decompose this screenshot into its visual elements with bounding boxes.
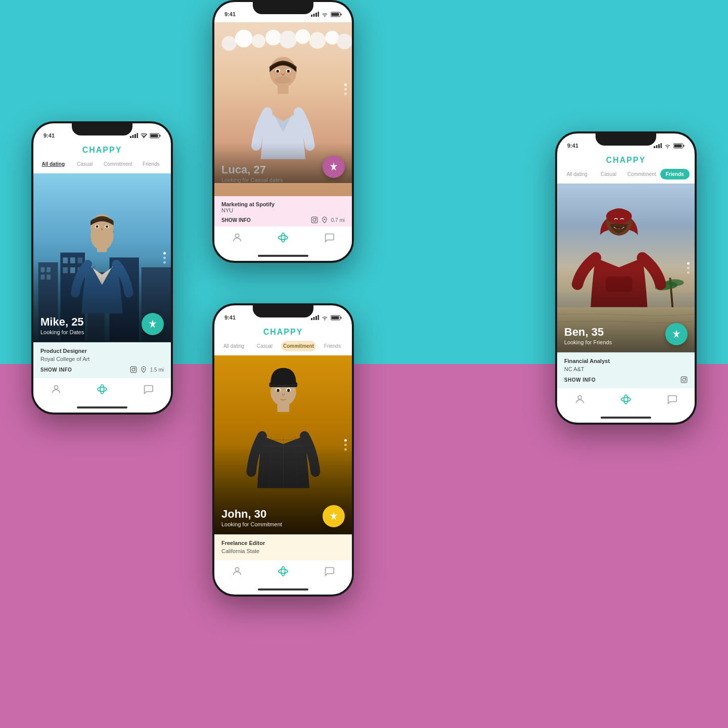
instagram-icon-ben <box>680 376 688 383</box>
svg-point-59 <box>287 70 290 72</box>
show-info-btn-luca[interactable]: SHOW INFO <box>221 217 251 223</box>
svg-rect-70 <box>313 317 315 320</box>
messages-nav-luca[interactable] <box>322 231 336 245</box>
john-job: Freelance Editor <box>221 539 345 547</box>
home-indicator-john <box>214 584 352 595</box>
messages-nav-icon-ben <box>666 394 677 405</box>
home-indicator-ben <box>557 413 695 423</box>
svg-point-104 <box>682 378 686 381</box>
svg-rect-24 <box>97 244 107 252</box>
mike-name: Mike, 25 <box>40 316 146 328</box>
app-logo-mike: CHAPPY <box>33 146 171 155</box>
svg-rect-61 <box>278 86 288 94</box>
tab-commitment-john[interactable]: Commitment <box>281 341 316 351</box>
tab-all-dating-john[interactable]: All dating <box>219 341 248 351</box>
info-section-john: Freelance Editor California State <box>214 534 352 560</box>
wifi-icon-luca <box>321 12 329 17</box>
profile-nav-luca[interactable] <box>230 231 244 245</box>
spark-btn-luca[interactable] <box>323 156 345 178</box>
messages-nav-icon-luca <box>324 232 335 243</box>
instagram-icon-mike <box>130 366 137 373</box>
svg-rect-44 <box>341 13 342 15</box>
discover-nav-john[interactable] <box>276 564 290 578</box>
spark-btn-john[interactable] <box>323 505 345 527</box>
location-icon-mike <box>140 366 147 373</box>
profile-nav-mike[interactable] <box>49 382 63 396</box>
battery-icon-ben <box>673 143 685 149</box>
mike-distance: 1.5 mi <box>150 367 164 373</box>
show-info-meta-mike: 1.5 mi <box>130 366 164 373</box>
signal-icon-john <box>311 315 319 320</box>
show-info-btn-ben[interactable]: SHOW INFO <box>564 377 596 383</box>
phone-ben: 9:41 <box>555 131 697 425</box>
profile-info-john: John, 30 Looking for Commitment <box>221 508 327 527</box>
status-icons-john <box>311 315 342 321</box>
tab-casual-mike[interactable]: Casual <box>70 159 99 169</box>
ben-intent: Looking for Friends <box>564 339 669 345</box>
tab-casual-ben[interactable]: Casual <box>594 169 623 179</box>
svg-rect-6 <box>160 134 161 136</box>
card-ben[interactable]: Ben, 35 Looking for Friends <box>557 184 695 352</box>
svg-point-66 <box>236 234 239 238</box>
svg-point-107 <box>621 397 630 401</box>
tab-all-dating-ben[interactable]: All dating <box>562 169 592 179</box>
home-indicator-luca <box>214 251 352 261</box>
profile-nav-john[interactable] <box>230 564 244 578</box>
svg-rect-83 <box>269 382 297 387</box>
show-info-meta-ben <box>680 376 688 383</box>
messages-nav-icon-mike <box>143 384 154 395</box>
tab-friends-john[interactable]: Friends <box>318 341 347 351</box>
discover-nav-ben[interactable] <box>619 392 633 406</box>
messages-nav-icon-john <box>324 566 335 577</box>
status-icons-luca <box>311 12 342 17</box>
discover-nav-mike[interactable] <box>95 382 109 396</box>
tab-commitment-mike[interactable]: Commitment <box>102 159 134 169</box>
show-info-btn-mike[interactable]: SHOW INFO <box>40 367 72 373</box>
svg-point-65 <box>324 218 325 220</box>
tab-all-dating-mike[interactable]: All dating <box>38 159 68 169</box>
mike-job: Product Designer <box>40 347 164 355</box>
messages-nav-john[interactable] <box>322 564 336 578</box>
svg-rect-93 <box>684 145 685 147</box>
tab-friends-ben[interactable]: Friends <box>660 169 690 179</box>
svg-rect-3 <box>137 133 139 138</box>
svg-rect-88 <box>656 145 658 148</box>
messages-nav-mike[interactable] <box>141 382 155 396</box>
ben-job: Financial Analyst <box>564 357 688 365</box>
svg-rect-76 <box>332 316 339 319</box>
phone-john: 9:41 <box>212 303 354 597</box>
tab-bar-mike[interactable]: All dating Casual Commitment Friends <box>33 159 171 169</box>
svg-point-80 <box>277 389 280 392</box>
spark-btn-ben[interactable] <box>665 323 688 345</box>
bottom-nav-ben <box>557 388 695 413</box>
card-john[interactable]: John, 30 Looking for Commitment <box>214 355 352 534</box>
svg-point-37 <box>100 385 104 394</box>
svg-rect-1 <box>132 135 134 138</box>
tab-commitment-ben[interactable]: Commitment <box>625 169 658 179</box>
luca-distance: 0.7 mi <box>331 217 345 223</box>
svg-rect-94 <box>674 144 682 147</box>
profile-nav-icon-mike <box>51 384 62 395</box>
profile-nav-ben[interactable] <box>573 392 587 406</box>
svg-point-82 <box>287 389 290 392</box>
tab-bar-john[interactable]: All dating Casual Commitment Friends <box>214 341 352 351</box>
tab-bar-ben[interactable]: All dating Casual Commitment Friends <box>557 169 695 179</box>
phone-mike: 9:41 <box>31 121 173 415</box>
wifi-icon-mike <box>140 133 148 139</box>
spark-btn-mike[interactable] <box>142 313 164 335</box>
card-luca[interactable]: Marketing at Spotify NYU SHOW INFO <box>214 22 352 226</box>
messages-nav-ben[interactable] <box>665 392 679 406</box>
svg-point-85 <box>279 569 288 573</box>
status-icons-mike <box>130 133 161 139</box>
svg-point-36 <box>98 387 107 391</box>
tab-friends-mike[interactable]: Friends <box>136 159 166 169</box>
spark-icon-john <box>328 511 339 522</box>
svg-point-67 <box>279 236 288 240</box>
svg-point-33 <box>134 368 135 369</box>
status-icons-ben <box>654 143 685 149</box>
tab-casual-john[interactable]: Casual <box>250 341 279 351</box>
card-mike[interactable]: Mike, 25 Looking for Dates <box>33 173 171 342</box>
mike-school: Royal College of Art <box>40 355 164 363</box>
svg-rect-87 <box>654 146 655 148</box>
discover-nav-luca[interactable] <box>276 231 290 245</box>
